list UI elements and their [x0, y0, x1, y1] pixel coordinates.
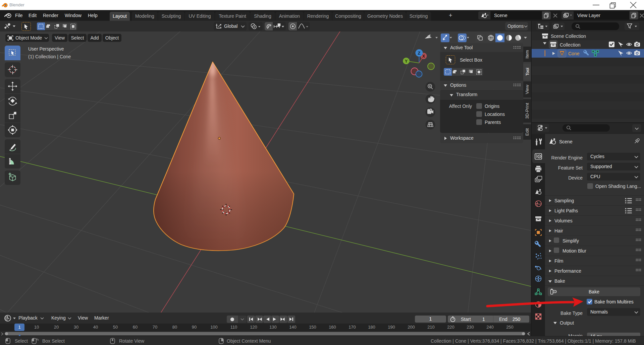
svg-text:Y: Y: [405, 59, 408, 64]
svg-text:X: X: [422, 54, 425, 59]
svg-text:Z: Z: [418, 51, 421, 56]
svg-text:Cone: Cone: [568, 51, 580, 56]
